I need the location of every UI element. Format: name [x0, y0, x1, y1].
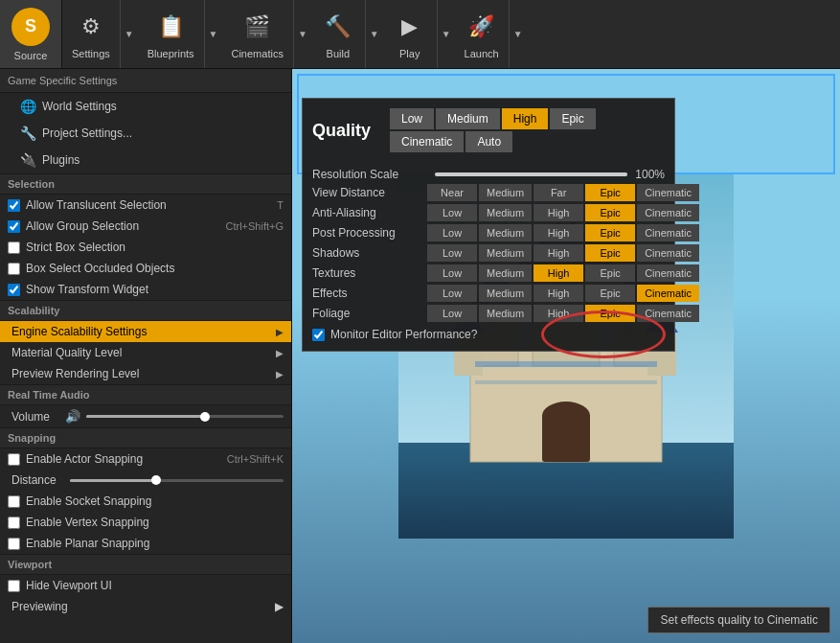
speaker-icon[interactable]: 🔊 — [65, 409, 80, 424]
enable-socket-snapping-label: Enable Socket Snapping — [26, 494, 151, 508]
cinematics-label: Cinematics — [231, 48, 283, 59]
quality-option-epic[interactable]: Epic — [585, 204, 635, 221]
quality-option-low[interactable]: Low — [427, 264, 477, 282]
strict-box-selection-item[interactable]: Strict Box Selection — [0, 237, 291, 258]
quality-option-high[interactable]: High — [534, 264, 583, 282]
quality-option-cinematic[interactable]: Cinematic — [637, 244, 699, 262]
quality-btn-cinematic[interactable]: Cinematic — [390, 131, 464, 152]
hide-viewport-ui-item[interactable]: Hide Viewport UI — [0, 575, 291, 596]
material-quality-item[interactable]: Material Quality Level ▶ — [0, 342, 291, 363]
quality-option-epic[interactable]: Epic — [585, 244, 635, 262]
quality-option-cinematic[interactable]: Cinematic — [637, 305, 699, 322]
quality-option-medium[interactable]: Medium — [479, 244, 532, 262]
distance-slider[interactable] — [70, 479, 284, 482]
quality-option-cinematic[interactable]: Cinematic — [637, 285, 699, 302]
show-transform-checkbox[interactable] — [8, 284, 20, 296]
quality-option-cinematic[interactable]: Cinematic — [637, 264, 699, 282]
quality-option-far[interactable]: Far — [534, 184, 583, 201]
hide-viewport-ui-checkbox[interactable] — [8, 580, 20, 592]
blueprints-dropdown-arrow[interactable]: ▼ — [204, 0, 222, 68]
project-settings-item[interactable]: 🔧 Project Settings... — [0, 120, 291, 147]
quality-option-epic[interactable]: Epic — [585, 305, 635, 322]
quality-option-medium[interactable]: Medium — [479, 184, 532, 201]
quality-option-epic[interactable]: Epic — [585, 184, 635, 201]
launch-icon: 🚀 — [465, 10, 499, 44]
quality-option-medium[interactable]: Medium — [479, 264, 532, 282]
distance-row: Distance — [0, 470, 291, 491]
settings-dropdown-arrow[interactable]: ▼ — [120, 0, 138, 68]
world-settings-item[interactable]: 🌐 World Settings — [0, 93, 291, 120]
quality-option-low[interactable]: Low — [427, 285, 477, 302]
settings-icon: ⚙ — [74, 10, 108, 44]
strict-box-checkbox[interactable] — [8, 241, 20, 254]
enable-planar-snapping-item[interactable]: Enable Planar Snapping — [0, 533, 291, 554]
blueprints-button[interactable]: 📋 Blueprints — [138, 0, 204, 68]
allow-group-label: Allow Group Selection — [26, 219, 139, 233]
quality-option-high[interactable]: High — [534, 204, 583, 221]
settings-button[interactable]: ⚙ Settings — [62, 0, 120, 68]
allow-group-selection-item[interactable]: Allow Group Selection Ctrl+Shift+G — [0, 216, 291, 237]
build-dropdown-arrow[interactable]: ▼ — [365, 0, 383, 68]
quality-option-epic[interactable]: Epic — [585, 264, 635, 282]
quality-btn-auto[interactable]: Auto — [465, 131, 512, 152]
enable-vertex-snapping-checkbox[interactable] — [8, 517, 20, 529]
quality-btn-high[interactable]: High — [502, 108, 549, 129]
engine-scalability-item[interactable]: Engine Scalability Settings ▶ — [0, 321, 291, 342]
resolution-scale-slider[interactable] — [435, 172, 627, 176]
quality-option-medium[interactable]: Medium — [479, 285, 532, 302]
box-select-occluded-checkbox[interactable] — [8, 263, 20, 275]
previewing-item[interactable]: Previewing ▶ — [0, 596, 291, 617]
launch-dropdown-arrow[interactable]: ▼ — [509, 0, 527, 68]
volume-slider[interactable] — [86, 415, 284, 418]
enable-vertex-snapping-item[interactable]: Enable Vertex Snapping — [0, 512, 291, 533]
volume-label: Volume — [11, 410, 59, 424]
quality-option-low[interactable]: Low — [427, 204, 477, 221]
quality-option-high[interactable]: High — [534, 305, 583, 322]
enable-actor-snapping-shortcut: Ctrl+Shift+K — [227, 453, 284, 465]
tooltip-text: Set effects quality to Cinematic — [660, 613, 818, 627]
launch-button[interactable]: 🚀 Launch — [455, 0, 509, 68]
play-icon: ▶ — [393, 10, 427, 44]
quality-option-low[interactable]: Low — [427, 244, 477, 262]
quality-option-low[interactable]: Low — [427, 305, 477, 322]
quality-rows: View DistanceNearMediumFarEpicCinematicA… — [312, 184, 665, 322]
plugins-item[interactable]: 🔌 Plugins — [0, 147, 291, 173]
quality-option-near[interactable]: Near — [427, 184, 477, 201]
quality-btn-low[interactable]: Low — [390, 108, 434, 129]
allow-group-checkbox[interactable] — [8, 220, 20, 233]
quality-option-high[interactable]: High — [534, 244, 583, 262]
quality-option-epic[interactable]: Epic — [585, 224, 635, 241]
enable-socket-snapping-checkbox[interactable] — [8, 495, 20, 508]
quality-option-medium[interactable]: Medium — [479, 204, 532, 221]
quality-option-epic[interactable]: Epic — [585, 285, 635, 302]
box-select-occluded-item[interactable]: Box Select Occluded Objects — [0, 258, 291, 279]
quality-option-cinematic[interactable]: Cinematic — [637, 204, 699, 221]
volume-slider-thumb[interactable] — [200, 412, 210, 422]
cinematics-button[interactable]: 🎬 Cinematics — [221, 0, 292, 68]
distance-slider-thumb[interactable] — [151, 475, 161, 485]
quality-btn-medium[interactable]: Medium — [436, 108, 500, 129]
build-button[interactable]: 🔨 Build — [311, 0, 365, 68]
allow-translucent-selection-item[interactable]: Allow Translucent Selection T — [0, 195, 291, 216]
cinematics-dropdown-arrow[interactable]: ▼ — [293, 0, 311, 68]
enable-actor-snapping-checkbox[interactable] — [8, 453, 20, 466]
enable-planar-snapping-checkbox[interactable] — [8, 538, 20, 550]
quality-option-high[interactable]: High — [534, 285, 583, 302]
enable-actor-snapping-item[interactable]: Enable Actor Snapping Ctrl+Shift+K — [0, 448, 291, 470]
quality-option-medium[interactable]: Medium — [479, 224, 532, 241]
show-transform-widget-item[interactable]: Show Transform Widget — [0, 279, 291, 300]
quality-btn-epic[interactable]: Epic — [550, 108, 595, 129]
play-button[interactable]: ▶ Play — [383, 0, 437, 68]
allow-translucent-checkbox[interactable] — [8, 199, 20, 212]
quality-option-low[interactable]: Low — [427, 224, 477, 241]
enable-socket-snapping-item[interactable]: Enable Socket Snapping — [0, 491, 291, 512]
build-toolbar-group: 🔨 Build ▼ — [311, 0, 383, 68]
quality-option-cinematic[interactable]: Cinematic — [637, 184, 699, 201]
monitor-checkbox[interactable] — [312, 329, 325, 341]
preview-rendering-item[interactable]: Preview Rendering Level ▶ — [0, 363, 291, 384]
quality-option-high[interactable]: High — [534, 224, 583, 241]
play-dropdown-arrow[interactable]: ▼ — [437, 0, 455, 68]
quality-option-medium[interactable]: Medium — [479, 305, 532, 322]
quality-option-cinematic[interactable]: Cinematic — [637, 224, 699, 241]
source-toolbar-item[interactable]: S Source — [0, 0, 62, 68]
